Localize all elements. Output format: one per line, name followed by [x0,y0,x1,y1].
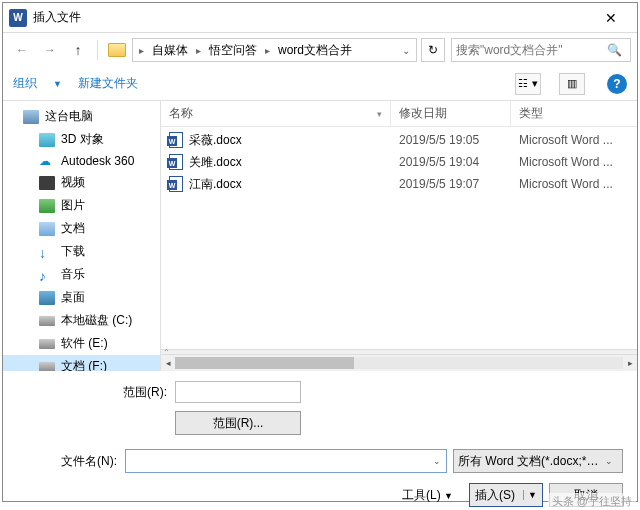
scroll-left-button[interactable]: ◂ [161,356,175,370]
preview-pane-button[interactable]: ▥ [559,73,585,95]
sidebar-item-this-pc[interactable]: 这台电脑 [3,105,160,128]
chevron-down-icon: ▼ [444,491,453,501]
sidebar-item-label: 视频 [61,174,85,191]
organize-button[interactable]: 组织 [13,75,37,92]
file-filter-combo[interactable]: 所有 Word 文档(*.docx;*.doc ⌄ [453,449,623,473]
file-type: Microsoft Word ... [511,155,637,169]
disk-icon [39,339,55,349]
download-icon: ↓ [39,245,55,259]
filename-combo[interactable]: ⌄ [125,449,447,473]
sidebar-item-3d[interactable]: 3D 对象 [3,128,160,151]
sidebar-item-pictures[interactable]: 图片 [3,194,160,217]
column-header-type[interactable]: 类型 [511,101,637,126]
documents-icon [39,222,55,236]
chevron-right-icon[interactable]: ▸ [263,45,272,56]
cloud-icon: ☁ [39,154,55,168]
docx-icon [169,176,183,192]
tools-button[interactable]: 工具(L) ▼ [392,484,463,507]
forward-button[interactable]: → [37,38,63,62]
column-header-name[interactable]: 名称▾ [161,101,391,126]
file-type: Microsoft Word ... [511,177,637,191]
video-icon [39,176,55,190]
sidebar-item-desktop[interactable]: 桌面 [3,286,160,309]
file-name: 采薇.docx [189,132,242,149]
sidebar-item-video[interactable]: 视频 [3,171,160,194]
filename-input[interactable] [126,454,428,468]
column-label: 修改日期 [399,105,447,122]
file-pane: 名称▾ 修改日期 类型 采薇.docx 2019/5/5 19:05 Micro… [161,101,637,371]
sidebar-item-music[interactable]: ♪音乐 [3,263,160,286]
disk-icon [39,362,55,372]
sidebar-item-downloads[interactable]: ↓下载 [3,240,160,263]
view-list-button[interactable]: ☷ ▾ [515,73,541,95]
sidebar-item-autodesk[interactable]: ☁Autodesk 360 [3,151,160,171]
scroll-right-button[interactable]: ▸ [623,356,637,370]
search-icon[interactable]: 🔍 [607,43,622,57]
3d-icon [39,133,55,147]
file-row[interactable]: 关雎.docx 2019/5/5 19:04 Microsoft Word ..… [161,151,637,173]
range-label: 范围(R): [17,384,175,401]
toolbar: 组织 ▼ 新建文件夹 ☷ ▾ ▥ ? [3,67,637,101]
sidebar-item-documents[interactable]: 文档 [3,217,160,240]
refresh-button[interactable]: ↻ [421,38,445,62]
sidebar-item-disk-c[interactable]: 本地磁盘 (C:) [3,309,160,332]
pc-icon [23,110,39,124]
docx-icon [169,154,183,170]
sidebar: 这台电脑 3D 对象 ☁Autodesk 360 视频 图片 文档 ↓下载 ♪音… [3,101,161,371]
dialog-title: 插入文件 [33,9,591,26]
main-area: 这台电脑 3D 对象 ☁Autodesk 360 视频 图片 文档 ↓下载 ♪音… [3,101,637,371]
sidebar-item-label: 文档 [61,220,85,237]
file-date: 2019/5/5 19:04 [391,155,511,169]
breadcrumb-item[interactable]: 悟空问答 [203,42,263,59]
sidebar-item-label: 本地磁盘 (C:) [61,312,132,329]
file-date: 2019/5/5 19:07 [391,177,511,191]
chevron-down-icon[interactable]: ⌄ [600,456,618,466]
file-list: 采薇.docx 2019/5/5 19:05 Microsoft Word ..… [161,127,637,349]
file-row[interactable]: 江南.docx 2019/5/5 19:07 Microsoft Word ..… [161,173,637,195]
sidebar-item-label: 桌面 [61,289,85,306]
range-button[interactable]: 范围(R)... [175,411,301,435]
file-name: 关雎.docx [189,154,242,171]
disk-icon [39,316,55,326]
file-date: 2019/5/5 19:05 [391,133,511,147]
tools-label: 工具(L) [402,488,441,502]
horizontal-scrollbar[interactable]: ◂ ▸ [161,355,637,371]
titlebar: W 插入文件 ✕ [3,3,637,33]
range-input[interactable] [175,381,301,403]
docx-icon [169,132,183,148]
sort-icon: ▾ [377,109,382,119]
breadcrumb-item[interactable]: word文档合并 [272,42,358,59]
chevron-right-icon[interactable]: ▸ [137,45,146,56]
insert-button[interactable]: 插入(S)▼ [469,483,543,507]
up-button[interactable]: ↑ [65,38,91,62]
music-icon: ♪ [39,268,55,282]
column-label: 类型 [519,105,543,122]
scroll-thumb[interactable] [175,357,354,369]
search-input[interactable] [456,43,607,57]
column-label: 名称 [169,105,193,122]
breadcrumb[interactable]: ▸ 自媒体 ▸ 悟空问答 ▸ word文档合并 ⌄ [132,38,417,62]
chevron-right-icon[interactable]: ▸ [194,45,203,56]
sidebar-item-label: Autodesk 360 [61,154,134,168]
scroll-track[interactable] [175,357,623,369]
breadcrumb-item[interactable]: 自媒体 [146,42,194,59]
sidebar-item-disk-f[interactable]: 文档 (F:) [3,355,160,371]
chevron-down-icon[interactable]: ▼ [523,490,537,500]
chevron-down-icon[interactable]: ▼ [53,79,62,89]
chevron-down-icon[interactable]: ⌄ [400,45,412,56]
nav-bar: ← → ↑ ▸ 自媒体 ▸ 悟空问答 ▸ word文档合并 ⌄ ↻ 🔍 [3,33,637,67]
file-type: Microsoft Word ... [511,133,637,147]
close-button[interactable]: ✕ [591,4,631,32]
folder-icon [108,43,126,57]
sidebar-item-label: 这台电脑 [45,108,93,125]
sidebar-item-disk-e[interactable]: 软件 (E:) [3,332,160,355]
new-folder-button[interactable]: 新建文件夹 [78,75,138,92]
help-button[interactable]: ? [607,74,627,94]
file-row[interactable]: 采薇.docx 2019/5/5 19:05 Microsoft Word ..… [161,129,637,151]
back-button[interactable]: ← [9,38,35,62]
word-icon: W [9,9,27,27]
sidebar-item-label: 文档 (F:) [61,358,107,371]
column-header-date[interactable]: 修改日期 [391,101,511,126]
chevron-down-icon[interactable]: ⌄ [428,456,446,466]
search-box[interactable]: 🔍 [451,38,631,62]
